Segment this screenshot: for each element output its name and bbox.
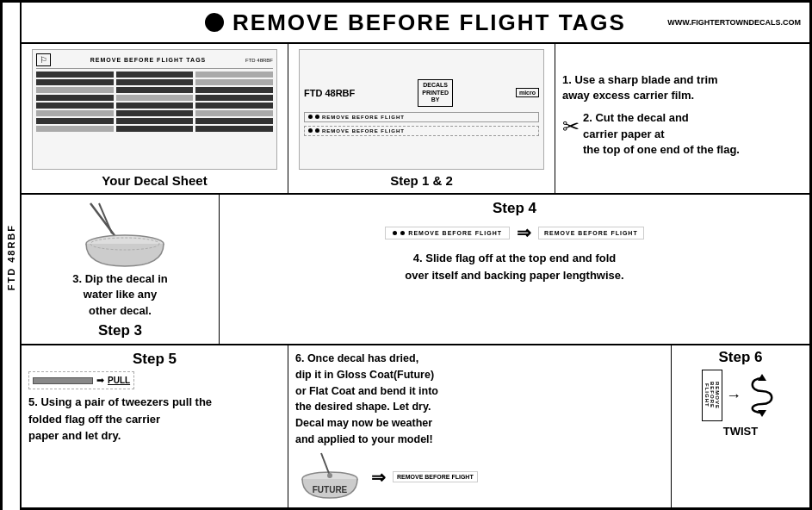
step3-section: 3. Dip the decal in water like any other… — [22, 195, 220, 344]
decal-ftd-code-small: FTD 48RBF — [245, 58, 273, 63]
step4-dot-1 — [393, 231, 397, 235]
decal-line — [195, 126, 273, 132]
step4-section: Step 4 REMOVE BEFORE FLIGHT ⇒ REMOVE BEF… — [220, 195, 809, 344]
decal-line — [36, 72, 114, 78]
step4-image: REMOVE BEFORE FLIGHT ⇒ REMOVE BEFORE FLI… — [226, 222, 803, 243]
step6-vertical-strip: REMOVE BEFORE FLIGHT — [702, 370, 722, 421]
step6-right-arrow-icon: → — [726, 387, 741, 405]
instruction-1: 1. Use a sharp blade and trim away exces… — [562, 72, 803, 103]
decal-line-row-3 — [36, 87, 273, 93]
step6-diagram-row: REMOVE BEFORE FLIGHT → — [702, 370, 779, 421]
decals-box: DECALSPRINTEDBY — [418, 79, 453, 106]
decal-line — [116, 110, 194, 116]
step6-right-inner: REMOVE BEFORE FLIGHT → TWIST — [702, 370, 779, 438]
decal-line-row-8 — [36, 126, 273, 132]
band-text-1: REMOVE BEFORE FLIGHT — [322, 115, 405, 120]
step5-pull-row: ➡ PULL — [28, 371, 281, 389]
step5-title: Step 5 — [28, 351, 281, 368]
instruction-1-text: 1. Use a sharp blade and trim away exces… — [562, 73, 718, 102]
step12-section: FTD 48RBF DECALSPRINTEDBY micro — [288, 44, 555, 193]
decal-line-row-2 — [36, 79, 273, 85]
side-label: FTD 48RBF — [3, 3, 22, 510]
decals-printed-text: DECALSPRINTEDBY — [422, 82, 449, 103]
instruction-2-text: 2. Cut the decal and carrier paper at th… — [583, 110, 740, 158]
step6-middle: 6. Once decal has dried, dip it in Gloss… — [288, 345, 672, 508]
step6-section: Step 6 REMOVE BEFORE FLIGHT → — [672, 345, 809, 508]
decal-line — [36, 87, 114, 93]
decal-line — [36, 126, 114, 132]
step5-text: 5. Using a pair of tweezers pull the fol… — [28, 394, 281, 445]
bottom-content-area: Step 5 ➡ PULL 5. Using a pair of tweezer… — [22, 345, 809, 510]
decal-line-row-5 — [36, 103, 273, 109]
band-text-2: REMOVE BEFORE FLIGHT — [322, 128, 405, 134]
band-dot-2 — [315, 115, 319, 119]
future-bowl-svg: FUTURE — [295, 451, 364, 503]
bowl-container — [69, 199, 172, 268]
header-title-group: REMOVE BEFORE FLIGHT TAGS — [205, 9, 626, 36]
step5-pull-diagram: ➡ PULL — [28, 371, 134, 389]
step12-ftd-label: FTD 48RBF — [304, 88, 355, 98]
micro-logo: micro — [516, 88, 539, 97]
decal-flag-icon: ⚐ — [36, 53, 51, 66]
step3-label: Step 3 — [98, 322, 142, 339]
decal-line — [36, 95, 114, 101]
instruction-2: ✂ 2. Cut the decal and carrier paper at … — [562, 110, 803, 158]
header-title: REMOVE BEFORE FLIGHT TAGS — [232, 9, 626, 36]
step4-flag-strip-1: REMOVE BEFORE FLIGHT — [385, 227, 510, 239]
decal-line-row-6 — [36, 110, 273, 116]
step4-title: Step 4 — [226, 200, 803, 217]
pull-bar — [33, 377, 93, 384]
header: REMOVE BEFORE FLIGHT TAGS WWW.FIGHTERTOW… — [22, 3, 809, 44]
step12-band-inner-1: REMOVE BEFORE FLIGHT — [308, 115, 535, 120]
step4-arrow-icon: ⇒ — [517, 222, 531, 243]
step6-title: Step 6 — [718, 349, 762, 366]
step12-label: Step 1 & 2 — [390, 173, 453, 188]
top-row: ⚐ REMOVE BEFORE FLIGHT TAGS FTD 48RBF — [22, 44, 809, 195]
step6-band-text: REMOVE BEFORE FLIGHT — [397, 474, 474, 480]
step5-section: Step 5 ➡ PULL 5. Using a pair of tweezer… — [22, 345, 288, 508]
middle-row: 3. Dip the decal in water like any other… — [22, 195, 809, 345]
step12-band-inner-2: REMOVE BEFORE FLIGHT — [308, 128, 535, 134]
decal-sheet-inner: ⚐ REMOVE BEFORE FLIGHT TAGS FTD 48RBF — [33, 50, 276, 135]
decal-line — [195, 110, 273, 116]
decal-inner-title: REMOVE BEFORE FLIGHT TAGS — [90, 57, 207, 63]
svg-text:FUTURE: FUTURE — [313, 485, 348, 494]
pull-label: PULL — [108, 376, 130, 385]
decal-sheet-image: ⚐ REMOVE BEFORE FLIGHT TAGS FTD 48RBF — [32, 49, 277, 170]
step4-dot-2 — [400, 231, 405, 235]
header-website: WWW.FIGHTERTOWNDECALS.COM — [667, 18, 801, 27]
step6-flag-band: REMOVE BEFORE FLIGHT — [393, 471, 478, 482]
band-dot-4 — [315, 128, 319, 133]
decal-line — [195, 87, 273, 93]
page-wrapper: FTD 48RBF REMOVE BEFORE FLIGHT TAGS WWW.… — [0, 0, 812, 510]
decal-line — [195, 95, 273, 101]
svg-marker-9 — [758, 374, 766, 381]
decal-line — [195, 72, 273, 78]
step6-main-text: 6. Once decal has dried, dip it in Gloss… — [295, 351, 664, 448]
decal-lines — [36, 72, 273, 132]
decal-line — [116, 87, 194, 93]
decal-line-row-7 — [36, 118, 273, 124]
instructions-section: 1. Use a sharp blade and trim away exces… — [555, 44, 809, 193]
twist-label: TWIST — [723, 425, 758, 438]
future-arrow-icon: ⇒ — [371, 467, 386, 488]
header-bullet — [205, 13, 224, 32]
bowl-svg — [69, 199, 172, 268]
decal-line — [36, 103, 114, 109]
decal-sheet-header-row: ⚐ REMOVE BEFORE FLIGHT TAGS FTD 48RBF — [36, 53, 273, 69]
step12-image: FTD 48RBF DECALSPRINTEDBY micro — [299, 49, 544, 170]
decal-line — [195, 118, 273, 124]
decal-line — [116, 118, 194, 124]
side-label-text: FTD 48RBF — [6, 224, 16, 290]
decal-sheet-label: Your Decal Sheet — [102, 173, 207, 188]
step12-band-2: REMOVE BEFORE FLIGHT — [304, 126, 539, 136]
decal-line — [36, 79, 114, 85]
decal-line — [116, 126, 194, 132]
decal-line-row-4 — [36, 95, 273, 101]
step56-row: Step 5 ➡ PULL 5. Using a pair of tweezer… — [22, 345, 809, 508]
step4-band-text-1: REMOVE BEFORE FLIGHT — [408, 230, 502, 236]
main-content: REMOVE BEFORE FLIGHT TAGS WWW.FIGHTERTOW… — [22, 3, 809, 507]
scissors-icon: ✂ — [562, 112, 580, 141]
twist-svg — [745, 374, 779, 417]
decal-line — [116, 79, 194, 85]
